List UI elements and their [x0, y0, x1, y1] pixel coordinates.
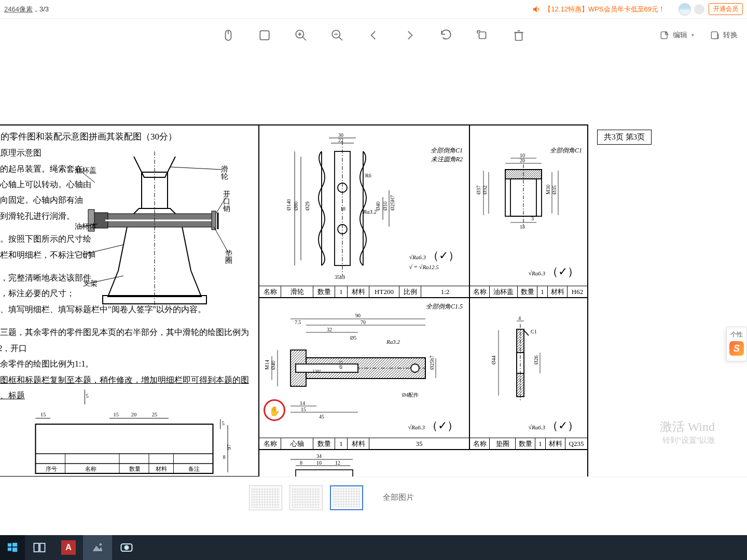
user-avatar[interactable] — [679, 3, 691, 16]
svg-rect-103 — [296, 364, 358, 372]
panel-shaft: 90 7.5 70 32 Ø5 14 15 45 M14 Ø40 Ø25h7 1… — [258, 297, 470, 450]
rotate-left-icon[interactable] — [437, 26, 455, 44]
ra-label: Ra6.3 — [532, 424, 545, 430]
convert-button[interactable]: 转换 — [710, 30, 738, 40]
svg-line-30 — [214, 227, 228, 253]
fit-screen-icon[interactable] — [256, 26, 273, 44]
app-image-viewer-icon[interactable] — [83, 535, 112, 560]
titleblock-pulley: 名称 滑轮 数量 1 材料 HT200 比例 1:2 — [259, 286, 469, 297]
assembly-sketch: 油杯盖 油杯体 心轴 支架 滑轮 开口销 垫圈 — [77, 141, 232, 312]
promo-banner[interactable]: 【12.12特惠】WPS会员年卡低至69元！ — [532, 5, 665, 14]
app-autocad-icon[interactable]: A — [54, 535, 83, 560]
frame-dimension-sketch: 15 15 20 25 5 5 8 97 序号 名称 数量 材料 备注 — [0, 385, 239, 477]
svg-rect-31 — [36, 424, 213, 473]
svg-text:90: 90 — [355, 313, 361, 318]
convert-label: 转换 — [723, 31, 738, 40]
viewer-toolbar: 编辑 ▼ 转换 — [0, 19, 747, 52]
next-icon[interactable] — [401, 26, 419, 44]
zoom-out-icon[interactable] — [328, 26, 346, 44]
svg-text:8: 8 — [223, 454, 226, 460]
app-recorder-icon[interactable] — [112, 535, 141, 560]
image-resolution-link[interactable]: 2464像素 — [4, 5, 33, 14]
svg-text:70: 70 — [361, 319, 366, 325]
panel-washer: 4 Ø44 Ø26 C1 √Ra6.3 （✓） 名称 垫圈 数量 1 材料 Q2… — [469, 297, 588, 450]
open-vip-button[interactable]: 开通会员 — [709, 3, 743, 15]
thumbnail-1[interactable] — [249, 485, 282, 510]
coin-icon[interactable] — [694, 4, 704, 15]
windows-activation-watermark: 激活 Wind — [660, 418, 715, 435]
svg-text:4: 4 — [518, 315, 521, 321]
svg-rect-150 — [12, 548, 17, 552]
app-header: 2464像素 ，3/3 【12.12特惠】WPS会员年卡低至69元！ 开通会员 — [0, 0, 747, 19]
zoom-in-icon[interactable] — [292, 26, 310, 44]
rotate-right-icon[interactable] — [474, 26, 491, 44]
thumbnails-bar: 全部图片 — [0, 477, 747, 518]
svg-text:25: 25 — [152, 412, 157, 417]
svg-text:Ø10: Ø10 — [382, 202, 388, 211]
svg-text:M30: M30 — [545, 185, 551, 194]
svg-text:22: 22 — [338, 137, 343, 143]
thumbnail-3[interactable] — [330, 485, 363, 510]
task-view-icon[interactable] — [25, 535, 54, 560]
svg-point-104 — [411, 364, 419, 372]
thumbs-label[interactable]: 全部图片 — [383, 493, 414, 502]
svg-text:15: 15 — [114, 412, 119, 417]
svg-text:5: 5 — [222, 421, 225, 426]
svg-text:35h9: 35h9 — [335, 274, 345, 280]
titleblock-oilcap: 名称 油杯盖 数量 1 材料 H62 — [470, 286, 587, 297]
start-button[interactable] — [0, 535, 25, 560]
ra-label: Ra12.5 — [422, 264, 438, 270]
panel-assembly: 轮的零件图和装配示意图拼画其装配图（30分） 作原理示意图 单的起吊装置。绳索套… — [0, 124, 259, 477]
svg-text:3: 3 — [531, 216, 534, 221]
callout-washer: 垫圈 — [225, 250, 232, 264]
svg-text:32: 32 — [327, 327, 332, 332]
ra-label: Ra6.3 — [411, 424, 425, 430]
text-line: 其余零件的绘图比例为1:1。 — [0, 356, 254, 372]
svg-text:R6: R6 — [365, 173, 371, 178]
edit-menu[interactable]: 编辑 ▼ — [659, 30, 695, 40]
callout-oilbody: 油杯体 — [75, 223, 96, 230]
svg-text:15: 15 — [40, 412, 46, 417]
edit-label: 编辑 — [673, 31, 687, 40]
page-position: ，3/3 — [33, 5, 49, 14]
svg-text:Ø15: Ø15 — [338, 360, 343, 369]
callout-pulley: 滑轮 — [221, 166, 232, 180]
note: 全部倒角C1 — [550, 146, 582, 155]
svg-text:20: 20 — [131, 412, 136, 417]
svg-text:Ø4配作: Ø4配作 — [402, 392, 419, 398]
page-badge: 共3页 第3页 — [597, 130, 652, 145]
svg-text:10: 10 — [520, 152, 525, 158]
svg-text:Ø35: Ø35 — [551, 186, 557, 194]
svg-text:Ra3.2: Ra3.2 — [386, 339, 400, 345]
svg-text:97: 97 — [226, 444, 232, 450]
svg-text:Ø25H7: Ø25H7 — [390, 195, 395, 211]
svg-rect-146 — [296, 470, 353, 477]
svg-line-8 — [339, 37, 342, 40]
delete-icon[interactable] — [510, 26, 528, 44]
prev-icon[interactable] — [365, 26, 382, 44]
svg-line-4 — [302, 37, 306, 40]
ra-label: Ra6.3 — [532, 270, 545, 276]
resolution-text: 2464像素 — [4, 5, 33, 13]
svg-text:12: 12 — [335, 460, 340, 466]
image-viewer[interactable]: 共3页 第3页 轮的零件图和装配示意图拼画其装配图（30分） 作原理示意图 单的… — [0, 52, 658, 477]
svg-rect-152 — [40, 543, 45, 552]
svg-text:Ø26: Ø26 — [533, 356, 539, 365]
thumbnail-2[interactable] — [289, 485, 323, 510]
svg-rect-149 — [8, 548, 11, 551]
promo-text: 【12.12特惠】WPS会员年卡低至69元！ — [544, 5, 665, 14]
mouse-mode-icon[interactable] — [219, 26, 237, 44]
svg-line-28 — [170, 167, 222, 170]
svg-text:C1: C1 — [531, 329, 537, 334]
hand-cursor-icon: ✋ — [269, 405, 280, 417]
titleblock-shaft: 名称 心轴 数量 1 材料 35 — [259, 438, 469, 449]
chevron-down-icon: ▼ — [690, 33, 695, 38]
callout-shaft: 心轴 — [81, 251, 95, 258]
svg-rect-148 — [12, 543, 17, 547]
titleblock-washer: 名称 垫圈 数量 1 材料 Q235 — [470, 438, 587, 449]
svg-text:34: 34 — [316, 453, 322, 459]
note: 全部倒角C1 — [431, 146, 463, 155]
sogou-ime-badge[interactable]: 个性 S — [726, 327, 747, 361]
note: 未注圆角R2 — [431, 155, 463, 164]
ra-label: Ra6.3 — [412, 254, 426, 260]
